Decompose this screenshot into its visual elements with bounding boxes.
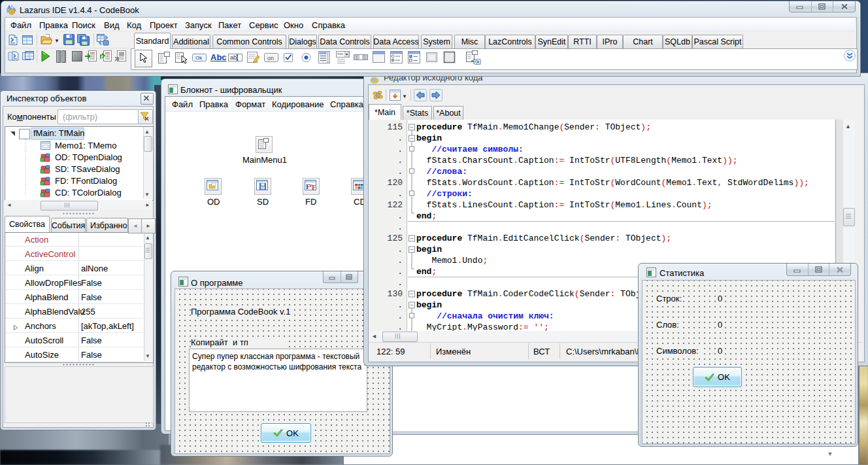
svg-text:F: F — [312, 184, 316, 191]
svg-text:ab: ab — [230, 54, 237, 61]
svg-text:0k: 0k — [475, 60, 480, 64]
svg-text:on: on — [267, 55, 274, 61]
svg-text:Ok: Ok — [195, 55, 203, 61]
